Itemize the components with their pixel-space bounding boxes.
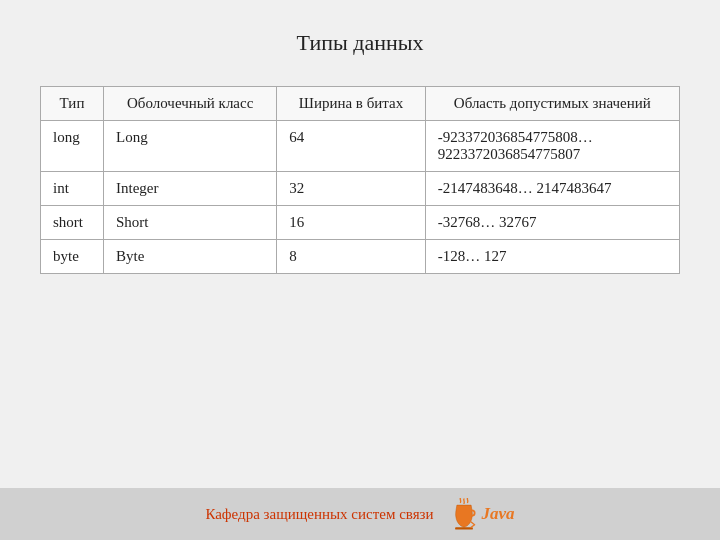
cell-bits: 32 [277,172,425,206]
table-row: byteByte8-128… 127 [41,240,680,274]
cell-bits: 16 [277,206,425,240]
cell-bits: 64 [277,121,425,172]
java-logo: Java [450,498,515,530]
data-types-table: Тип Оболочечный класс Ширина в битах Обл… [40,86,680,274]
java-label-text: Java [482,504,515,524]
col-header-type: Тип [41,87,104,121]
table-row: intInteger32-2147483648… 2147483647 [41,172,680,206]
cell-type: byte [41,240,104,274]
cell-bits: 8 [277,240,425,274]
footer-text: Кафедра защищенных систем связи [205,506,433,523]
cell-range: -128… 127 [425,240,679,274]
cell-type: short [41,206,104,240]
cell-wrapper: Short [103,206,276,240]
java-cup-icon [450,498,478,530]
cell-range: -923372036854775808…9223372036854775807 [425,121,679,172]
cell-type: long [41,121,104,172]
cell-range: -32768… 32767 [425,206,679,240]
table-row: shortShort16-32768… 32767 [41,206,680,240]
page-title: Типы данных [296,30,423,56]
table-row: longLong64-923372036854775808…9223372036… [41,121,680,172]
cell-type: int [41,172,104,206]
cell-wrapper: Long [103,121,276,172]
cell-range: -2147483648… 2147483647 [425,172,679,206]
footer: Кафедра защищенных систем связи Java [0,488,720,540]
col-header-bits: Ширина в битах [277,87,425,121]
main-content: Типы данных Тип Оболочечный класс Ширина… [0,0,720,488]
col-header-range: Область допустимых значений [425,87,679,121]
cell-wrapper: Integer [103,172,276,206]
col-header-wrapper: Оболочечный класс [103,87,276,121]
cell-wrapper: Byte [103,240,276,274]
table-header-row: Тип Оболочечный класс Ширина в битах Обл… [41,87,680,121]
svg-rect-0 [455,527,473,529]
